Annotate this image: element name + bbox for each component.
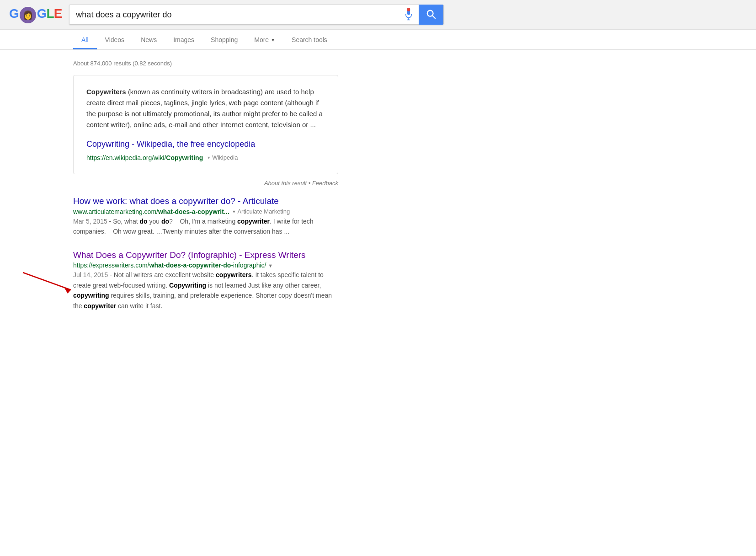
- logo-letter-g2: G: [37, 6, 47, 21]
- tab-more[interactable]: More ▼: [246, 30, 283, 49]
- main-content: About 874,000 results (0.82 seconds) Cop…: [0, 50, 411, 329]
- search-button[interactable]: [419, 5, 443, 25]
- snippet-text: Copywriters (known as continuity writers…: [86, 86, 325, 130]
- search-icon: [426, 9, 436, 21]
- tab-videos[interactable]: Videos: [97, 30, 133, 49]
- result-1-title[interactable]: How we work: what does a copywriter do? …: [73, 196, 279, 206]
- result-2-title[interactable]: What Does a Copywriter Do? (Infographic)…: [73, 250, 306, 260]
- result-1-url-row: www.articulatemarketing.com/what-does-a-…: [73, 208, 338, 215]
- featured-snippet: Copywriters (known as continuity writers…: [73, 75, 338, 174]
- logo-letter-l: L: [47, 6, 54, 21]
- snippet-bold-text: Copywriters: [86, 88, 126, 96]
- tab-search-tools[interactable]: Search tools: [283, 30, 335, 49]
- result-2-url: https://expresswriters.com/what-does-a-c…: [73, 262, 273, 269]
- wikipedia-badge: Wikipedia: [207, 153, 238, 163]
- microphone-icon: [404, 8, 413, 22]
- result-1-site-name: Articulate Marketing: [232, 208, 290, 215]
- result-item: How we work: what does a copywriter do? …: [73, 196, 338, 236]
- logo-letter-e: E: [54, 6, 62, 21]
- result-1-url: www.articulatemarketing.com/what-does-a-…: [73, 208, 229, 215]
- tab-shopping[interactable]: Shopping: [202, 30, 246, 49]
- svg-rect-3: [407, 8, 410, 11]
- result-item-2: What Does a Copywriter Do? (Infographic)…: [73, 250, 338, 311]
- svg-marker-7: [64, 287, 71, 294]
- featured-url: https://en.wikipedia.org/wiki/Copywritin…: [86, 153, 203, 163]
- results-count: About 874,000 results (0.82 seconds): [73, 60, 338, 67]
- result-1-snippet: Mar 5, 2015 - So, what do you do? – Oh, …: [73, 216, 338, 237]
- tab-news[interactable]: News: [133, 30, 165, 49]
- header: G👩GLE what does a copywriter do: [0, 0, 756, 30]
- featured-snippet-link[interactable]: Copywriting - Wikipedia, the free encycl…: [86, 138, 325, 151]
- result-1-date: Mar 5, 2015: [73, 218, 107, 225]
- logo-letter-g: G: [9, 6, 19, 21]
- result-2-date: Jul 14, 2015: [73, 271, 108, 278]
- tab-all[interactable]: All: [73, 30, 97, 49]
- tab-images[interactable]: Images: [165, 30, 202, 49]
- logo: G👩GLE: [9, 6, 62, 23]
- more-dropdown-arrow: ▼: [271, 37, 275, 43]
- microphone-button[interactable]: [399, 5, 419, 25]
- avatar: 👩: [20, 7, 36, 23]
- nav-tabs: All Videos News Images Shopping More ▼ S…: [0, 30, 756, 50]
- result-2-snippet: Jul 14, 2015 - Not all writers are excel…: [73, 270, 338, 311]
- svg-line-6: [23, 273, 71, 290]
- about-result: About this result • Feedback: [73, 180, 338, 187]
- search-bar: what does a copywriter do: [69, 5, 444, 25]
- annotation-arrow: [18, 268, 78, 295]
- search-input[interactable]: what does a copywriter do: [69, 5, 399, 24]
- featured-url-row: https://en.wikipedia.org/wiki/Copywritin…: [86, 153, 325, 163]
- result-2-url-row: https://expresswriters.com/what-does-a-c…: [73, 262, 338, 269]
- svg-line-5: [433, 16, 436, 18]
- logo-text: G👩GLE: [9, 6, 62, 23]
